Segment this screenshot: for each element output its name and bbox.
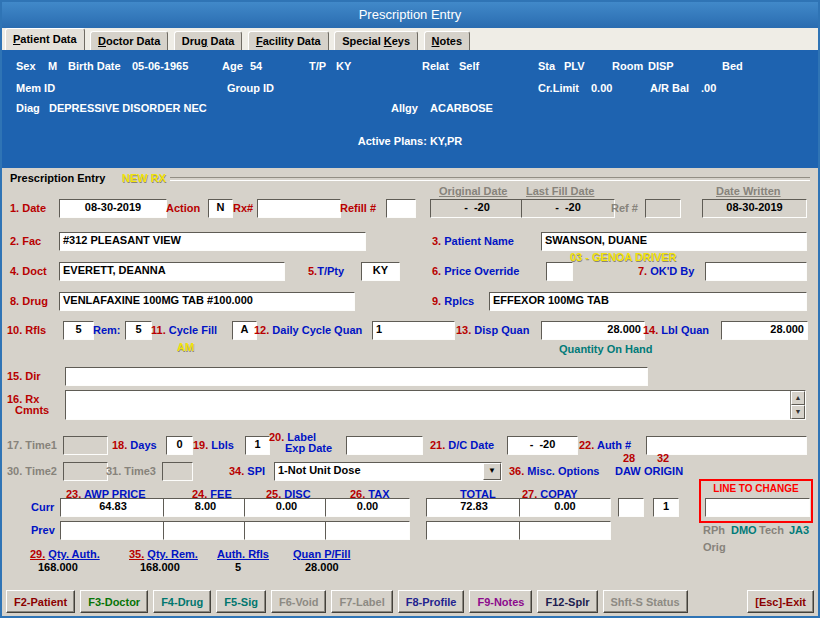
rx-number-label: Rx# <box>233 202 253 215</box>
rx-cmnts-field[interactable]: ▲▼ <box>65 390 806 420</box>
prev-fee-field <box>163 521 248 540</box>
section-divider <box>170 177 810 181</box>
window-titlebar: Prescription Entry <box>2 2 818 28</box>
mem-id-label: Mem ID <box>16 82 55 95</box>
f3-doctor-button[interactable]: F3-Doctor <box>80 590 148 613</box>
prev-tax-field <box>325 521 410 540</box>
rfls-field[interactable]: 5 <box>63 321 94 340</box>
lbl-quan-field[interactable]: 28.000 <box>721 321 808 340</box>
price-override-label: 6. Price Override <box>432 265 519 278</box>
group-id-label: Group ID <box>227 82 274 95</box>
price-override-field[interactable] <box>546 262 573 281</box>
diag-value: DEPRESSIVE DISORDER NEC <box>49 102 207 115</box>
days-field[interactable]: 0 <box>166 436 193 455</box>
f4-drug-button[interactable]: F4-Drug <box>153 590 211 613</box>
lbls-field[interactable]: 1 <box>245 436 270 455</box>
dir-field[interactable] <box>65 367 648 386</box>
qty-rem-value: 168.000 <box>140 561 180 574</box>
tab-doctor-data[interactable]: Doctor Data <box>90 31 168 51</box>
tpty-field[interactable]: KY <box>361 262 400 281</box>
days-label: 18. Days <box>112 439 157 452</box>
date-field[interactable]: 08-30-2019 <box>59 199 167 218</box>
tp-value: KY <box>336 60 351 73</box>
curr-awp-price-field[interactable]: 64.83 <box>60 498 166 517</box>
shift-s-status-button: Shft-S Status <box>603 590 688 613</box>
rx-cmnts-scrollbar[interactable]: ▲▼ <box>790 391 805 419</box>
active-plans-label: Active Plans: <box>358 135 427 147</box>
tab-bar: Patient Data Doctor Data Drug Data Facil… <box>2 28 818 51</box>
f5-sig-button[interactable]: F5-Sig <box>216 590 266 613</box>
driver-note: 03 - GENOA DRIVER <box>570 251 677 264</box>
label-exp-date-field[interactable] <box>346 436 423 455</box>
tp-label: T/P <box>309 60 326 73</box>
bed-label: Bed <box>722 60 743 73</box>
qty-auth-value: 168.000 <box>38 561 78 574</box>
tab-patient-data[interactable]: Patient Data <box>5 28 85 51</box>
ar-bal-label: A/R Bal <box>650 82 689 95</box>
esc-exit-button[interactable]: [Esc]-Exit <box>747 590 814 613</box>
disp-quan-field[interactable]: 28.000 <box>541 321 645 340</box>
tab-facility-data[interactable]: Facility Data <box>248 31 329 51</box>
orig-label: Orig <box>703 541 726 554</box>
ref-number-field <box>645 199 681 218</box>
prev-row-label: Prev <box>31 524 55 537</box>
origin-num: 32 <box>657 452 669 465</box>
curr-fee-field[interactable]: 8.00 <box>163 498 248 517</box>
last-fill-date-field: - -20 <box>521 199 615 218</box>
origin-field[interactable]: 1 <box>653 498 679 517</box>
doct-field[interactable]: EVERETT, DEANNA <box>59 262 285 281</box>
lbl-quan-label: 14. Lbl Quan <box>643 324 709 337</box>
quan-pfill-value: 28.000 <box>305 561 339 574</box>
f2-patient-button[interactable]: F2-Patient <box>6 590 75 613</box>
tab-drug-data[interactable]: Drug Data <box>174 31 243 51</box>
action-field[interactable]: N <box>208 199 233 218</box>
daily-cycle-quan-field[interactable]: 1 <box>372 321 455 340</box>
curr-tax-field[interactable]: 0.00 <box>325 498 410 517</box>
sta-label: Sta <box>538 60 555 73</box>
birth-date-value: 05-06-1965 <box>132 60 188 73</box>
f12-splr-button[interactable]: F12-Splr <box>537 590 597 613</box>
sex-label: Sex <box>16 60 36 73</box>
rx-cmnts-label-line2: Cmnts <box>15 404 49 417</box>
scroll-down-icon[interactable]: ▼ <box>791 405 805 419</box>
sex-value: M <box>48 60 57 73</box>
refill-number-field[interactable] <box>386 199 416 218</box>
date-written-field: 08-30-2019 <box>702 199 807 218</box>
rplcs-label: 9. Rplcs <box>432 295 474 308</box>
curr-disc-field[interactable]: 0.00 <box>244 498 329 517</box>
auth-number-field[interactable] <box>646 436 807 455</box>
date-label: 1. Date <box>10 202 46 215</box>
tab-special-keys[interactable]: Special Keys <box>334 31 418 51</box>
dc-date-label: 21. D/C Date <box>430 439 494 452</box>
daily-cycle-quan-label: 12. Daily Cycle Quan <box>254 324 362 337</box>
prev-awp-price-field <box>60 521 166 540</box>
patient-name-field[interactable]: SWANSON, DUANE <box>541 232 807 251</box>
line-to-change-field[interactable] <box>705 498 810 517</box>
drug-field[interactable]: VENLAFAXINE 100MG TAB #100.000 <box>59 292 355 311</box>
cr-limit-value: 0.00 <box>591 82 612 95</box>
ar-bal-value: .00 <box>701 82 716 95</box>
label-exp-date-label-line2: Exp Date <box>285 442 332 455</box>
tab-notes[interactable]: Notes <box>424 31 471 51</box>
rx-number-field[interactable] <box>257 199 341 218</box>
f7-label-button: F7-Label <box>331 590 392 613</box>
dc-date-field[interactable]: - -20 <box>507 436 578 455</box>
room-value: DISP <box>648 60 674 73</box>
f9-notes-button[interactable]: F9-Notes <box>469 590 532 613</box>
fac-field[interactable]: #312 PLEASANT VIEW <box>59 232 366 251</box>
rplcs-field[interactable]: EFFEXOR 100MG TAB <box>489 292 807 311</box>
misc-options-label: 36. Misc. Options <box>509 465 599 478</box>
daw-label: DAW <box>615 465 641 478</box>
daw-field[interactable] <box>618 498 644 517</box>
curr-copay-field[interactable]: 0.00 <box>519 498 611 517</box>
spi-dropdown[interactable]: 1-Not Unit Dose▼ <box>274 462 502 481</box>
cr-limit-label: Cr.Limit <box>538 82 579 95</box>
rem-field[interactable]: 5 <box>125 321 152 340</box>
f8-profile-button[interactable]: F8-Profile <box>398 590 465 613</box>
rph-value: DMO <box>731 524 757 537</box>
scroll-up-icon[interactable]: ▲ <box>791 391 805 405</box>
ref-number-label: Ref # <box>611 202 638 215</box>
dropdown-icon[interactable]: ▼ <box>483 463 501 480</box>
okd-by-field[interactable] <box>705 262 807 281</box>
new-rx-flag: NEW RX <box>122 172 166 185</box>
